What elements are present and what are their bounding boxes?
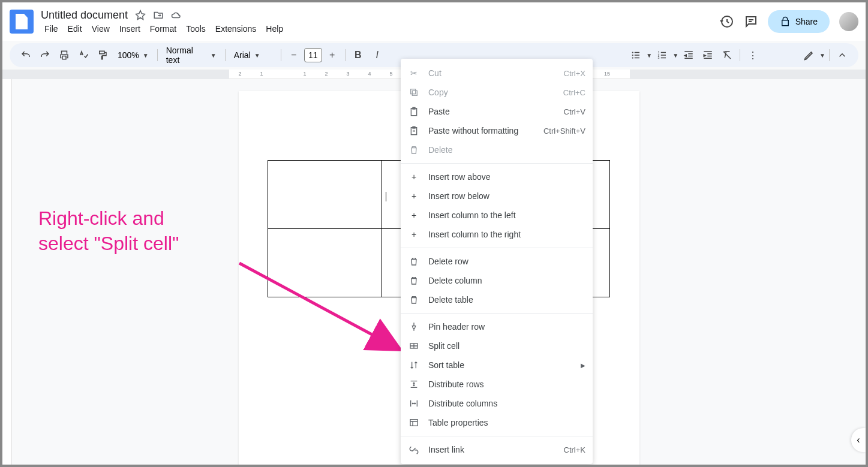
svg-rect-7 bbox=[411, 89, 416, 94]
split-cell-icon bbox=[408, 340, 420, 352]
more-button[interactable]: ⋮ bbox=[744, 46, 762, 64]
plus-icon: + bbox=[408, 190, 420, 202]
menu-format[interactable]: Format bbox=[146, 23, 180, 35]
menu-cut[interactable]: ✂CutCtrl+X bbox=[401, 64, 593, 83]
paint-format-button[interactable] bbox=[94, 46, 112, 64]
cut-icon: ✂ bbox=[408, 67, 420, 79]
pin-icon bbox=[408, 321, 420, 333]
comment-icon[interactable] bbox=[744, 14, 758, 29]
share-button[interactable]: Share bbox=[768, 10, 830, 33]
menu-insert[interactable]: Insert bbox=[116, 23, 144, 35]
cloud-icon[interactable] bbox=[171, 10, 182, 20]
font-select[interactable]: Arial▼ bbox=[229, 50, 277, 60]
menu-insert-column-left[interactable]: +Insert column to the left bbox=[401, 206, 593, 225]
menu-distribute-rows[interactable]: Distribute rows bbox=[401, 375, 593, 394]
star-icon[interactable] bbox=[135, 10, 146, 20]
svg-point-2 bbox=[632, 57, 633, 58]
menu-extensions[interactable]: Extensions bbox=[212, 23, 260, 35]
menu-insert-link[interactable]: Insert linkCtrl+K bbox=[401, 440, 593, 459]
paste-icon bbox=[408, 106, 420, 117]
document-title[interactable]: Untitled document bbox=[41, 9, 128, 22]
docs-logo-icon[interactable] bbox=[10, 10, 34, 34]
distribute-cols-icon bbox=[408, 397, 420, 409]
trash-icon bbox=[408, 255, 420, 267]
svg-point-0 bbox=[632, 52, 633, 53]
table-cell[interactable] bbox=[268, 161, 382, 229]
svg-rect-6 bbox=[412, 91, 417, 95]
sort-icon bbox=[408, 359, 420, 371]
plus-icon: + bbox=[408, 171, 420, 183]
clear-format-button[interactable] bbox=[718, 46, 736, 64]
numbered-list-dropdown[interactable]: ▼ bbox=[672, 52, 678, 59]
menu-pin-header-row[interactable]: Pin header row bbox=[401, 317, 593, 336]
print-button[interactable] bbox=[55, 46, 73, 64]
table-props-icon bbox=[408, 417, 420, 429]
chevron-right-icon: ▶ bbox=[581, 362, 585, 369]
spellcheck-button[interactable] bbox=[74, 46, 92, 64]
menu-split-cell[interactable]: Split cell bbox=[401, 336, 593, 355]
menu-delete[interactable]: Delete bbox=[401, 140, 593, 159]
style-select[interactable]: Normal text▼ bbox=[161, 46, 221, 65]
menu-sort-table[interactable]: Sort table▶ bbox=[401, 355, 593, 375]
collapse-button[interactable] bbox=[833, 46, 851, 64]
trash-icon bbox=[408, 144, 420, 156]
context-menu: ✂CutCtrl+X CopyCtrl+C PasteCtrl+V Paste … bbox=[401, 59, 593, 464]
trash-icon bbox=[408, 294, 420, 306]
menu-insert-column-right[interactable]: +Insert column to the right bbox=[401, 225, 593, 244]
move-icon[interactable] bbox=[153, 10, 164, 20]
menu-delete-row[interactable]: Delete row bbox=[401, 252, 593, 271]
bullet-list-button[interactable] bbox=[627, 46, 645, 64]
menu-paste-without-formatting[interactable]: Paste without formattingCtrl+Shift+V bbox=[401, 121, 593, 140]
svg-rect-13 bbox=[410, 420, 418, 426]
menu-paste[interactable]: PasteCtrl+V bbox=[401, 102, 593, 121]
menu-delete-table[interactable]: Delete table bbox=[401, 290, 593, 309]
share-label: Share bbox=[795, 17, 818, 26]
plus-icon: + bbox=[408, 228, 420, 240]
indent-increase-button[interactable] bbox=[699, 46, 717, 64]
plus-icon: + bbox=[408, 209, 420, 221]
menu-delete-column[interactable]: Delete column bbox=[401, 271, 593, 290]
undo-button[interactable] bbox=[17, 46, 35, 64]
menu-insert-row-below[interactable]: +Insert row below bbox=[401, 186, 593, 206]
menu-table-properties[interactable]: Table properties bbox=[401, 413, 593, 432]
menu-copy[interactable]: CopyCtrl+C bbox=[401, 83, 593, 102]
menu-insert-row-above[interactable]: +Insert row above bbox=[401, 167, 593, 186]
edit-mode-button[interactable] bbox=[800, 46, 818, 64]
redo-button[interactable] bbox=[36, 46, 54, 64]
menu-distribute-columns[interactable]: Distribute columns bbox=[401, 394, 593, 413]
font-size-increase[interactable]: + bbox=[323, 46, 341, 64]
menu-tools[interactable]: Tools bbox=[182, 23, 209, 35]
menu-view[interactable]: View bbox=[88, 23, 113, 35]
ruler-vertical bbox=[2, 79, 12, 465]
numbered-list-button[interactable]: 123 bbox=[653, 46, 671, 64]
paste-plain-icon bbox=[408, 125, 420, 137]
font-size-input[interactable] bbox=[304, 48, 322, 62]
indent-decrease-button[interactable] bbox=[680, 46, 698, 64]
svg-point-1 bbox=[632, 55, 633, 56]
trash-icon bbox=[408, 275, 420, 287]
annotation-arrow bbox=[236, 260, 410, 362]
svg-text:3: 3 bbox=[658, 56, 660, 59]
edit-mode-dropdown[interactable]: ▼ bbox=[819, 52, 825, 59]
italic-button[interactable]: I bbox=[368, 46, 386, 64]
bold-button[interactable]: B bbox=[349, 46, 367, 64]
bullet-list-dropdown[interactable]: ▼ bbox=[646, 52, 652, 59]
avatar[interactable] bbox=[839, 12, 858, 31]
copy-icon bbox=[408, 86, 420, 98]
font-size-decrease[interactable]: − bbox=[285, 46, 303, 64]
history-icon[interactable] bbox=[720, 14, 734, 29]
link-icon bbox=[408, 444, 420, 456]
menu-help[interactable]: Help bbox=[262, 23, 287, 35]
svg-line-14 bbox=[239, 263, 395, 347]
distribute-rows-icon bbox=[408, 378, 420, 390]
zoom-select[interactable]: 100%▼ bbox=[113, 50, 154, 60]
menu-file[interactable]: File bbox=[41, 23, 62, 35]
annotation-text: Right-click and select "Split cell" bbox=[38, 206, 179, 256]
menu-edit[interactable]: Edit bbox=[64, 23, 86, 35]
